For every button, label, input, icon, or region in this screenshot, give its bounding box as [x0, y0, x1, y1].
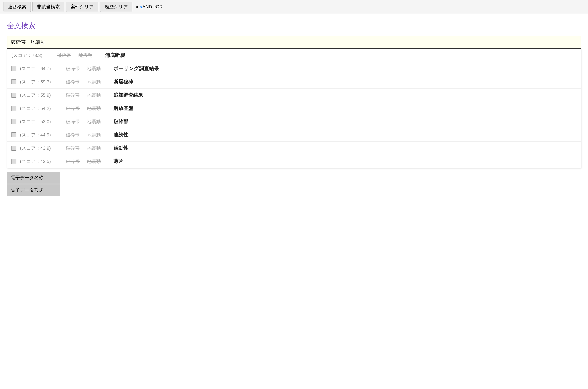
keyword1-label: 破砕帯: [66, 145, 87, 151]
score-label: (スコア：73.3): [11, 52, 57, 59]
title-label: 浦底断層: [105, 52, 125, 59]
electronic-data-format-field[interactable]: [60, 184, 581, 196]
list-item[interactable]: (スコア：59.7) 破砕帯 地震動 断層破砕: [7, 75, 581, 89]
keyword2-label: 地震動: [87, 92, 108, 98]
keyword1-label: 破砕帯: [66, 79, 87, 85]
title-label: 解放基盤: [113, 105, 133, 112]
item-checkbox[interactable]: [11, 66, 16, 71]
title-label: 活動性: [113, 145, 128, 152]
keyword2-label: 地震動: [87, 132, 108, 138]
and-or-radio-group: ● AND OR: [136, 4, 163, 9]
list-item[interactable]: (スコア：54.2) 破砕帯 地震動 解放基盤: [7, 102, 581, 115]
search-box-wrapper: (スコア：73.3) 破砕帯 地震動 浦底断層 (スコア：64.7) 破砕帯 地…: [7, 36, 581, 168]
list-item[interactable]: (スコア：55.9) 破砕帯 地震動 追加調査結果: [7, 89, 581, 102]
fulltext-section-title: 全文検索: [7, 21, 581, 31]
keyword1-label: 破砕帯: [57, 52, 79, 59]
or-radio-input[interactable]: [154, 6, 156, 8]
case-clear-button[interactable]: 案件クリア: [66, 2, 98, 12]
list-item[interactable]: (スコア：43.5) 破砕帯 地震動 薄片: [7, 155, 581, 168]
score-label: (スコア：64.7): [20, 65, 66, 72]
keyword2-label: 地震動: [87, 79, 108, 85]
keyword1-label: 破砕帯: [66, 65, 87, 72]
keyword1-label: 破砕帯: [66, 132, 87, 138]
keyword1-label: 破砕帯: [66, 119, 87, 125]
bottom-fields: 電子データ名称 電子データ形式: [7, 172, 581, 196]
keyword1-label: 破砕帯: [66, 92, 87, 98]
score-label: (スコア：55.9): [20, 92, 66, 98]
electronic-data-format-label: 電子データ形式: [7, 184, 60, 196]
title-label: ボーリング調査結果: [113, 65, 159, 72]
keyword2-label: 地震動: [87, 145, 108, 151]
score-label: (スコア：44.9): [20, 132, 66, 138]
suggestion-dropdown: (スコア：73.3) 破砕帯 地震動 浦底断層 (スコア：64.7) 破砕帯 地…: [7, 49, 581, 168]
item-checkbox[interactable]: [11, 93, 16, 97]
keyword2-label: 地震動: [87, 158, 108, 164]
keyword1-label: 破砕帯: [66, 105, 87, 112]
electronic-data-name-field[interactable]: [60, 172, 581, 184]
field-row-1: 電子データ名称: [7, 172, 581, 184]
and-radio-selected-icon: ●: [136, 4, 139, 9]
item-checkbox[interactable]: [11, 132, 16, 137]
keyword2-label: 地震動: [79, 52, 100, 59]
score-label: (スコア：54.2): [20, 105, 66, 112]
and-radio-label[interactable]: AND: [140, 4, 152, 9]
item-checkbox[interactable]: [11, 106, 16, 111]
non-applicable-search-button[interactable]: 非該当検索: [32, 2, 64, 12]
title-label: 追加調査結果: [113, 92, 143, 98]
title-label: 薄片: [113, 158, 123, 165]
item-checkbox[interactable]: [11, 159, 16, 164]
list-item[interactable]: (スコア：64.7) 破砕帯 地震動 ボーリング調査結果: [7, 62, 581, 75]
list-item[interactable]: (スコア：44.9) 破砕帯 地震動 連続性: [7, 128, 581, 142]
list-item[interactable]: (スコア：43.9) 破砕帯 地震動 活動性: [7, 142, 581, 155]
score-label: (スコア：59.7): [20, 79, 66, 85]
and-radio-input[interactable]: [140, 6, 142, 8]
item-checkbox[interactable]: [11, 146, 16, 151]
sequential-search-button[interactable]: 連番検索: [3, 2, 31, 12]
history-clear-button[interactable]: 履歴クリア: [100, 2, 132, 12]
keyword1-label: 破砕帯: [66, 158, 87, 164]
toolbar: 連番検索 非該当検索 案件クリア 履歴クリア ● AND OR: [0, 0, 588, 14]
or-radio-label[interactable]: OR: [154, 4, 163, 9]
score-label: (スコア：53.0): [20, 119, 66, 125]
list-item[interactable]: (スコア：73.3) 破砕帯 地震動 浦底断層: [7, 49, 581, 62]
item-checkbox[interactable]: [11, 119, 16, 124]
page-container: 連番検索 非該当検索 案件クリア 履歴クリア ● AND OR 全文検索 (: [0, 0, 588, 389]
keyword2-label: 地震動: [87, 65, 108, 72]
fulltext-search-input[interactable]: [7, 36, 581, 49]
score-label: (スコア：43.9): [20, 145, 66, 151]
title-label: 連続性: [113, 131, 128, 138]
title-label: 断層破砕: [113, 78, 133, 85]
title-label: 破砕部: [113, 118, 128, 125]
list-item[interactable]: (スコア：53.0) 破砕帯 地震動 破砕部: [7, 115, 581, 128]
keyword2-label: 地震動: [87, 119, 108, 125]
keyword2-label: 地震動: [87, 105, 108, 112]
main-content: 全文検索 (スコア：73.3) 破砕帯 地震動 浦底断層 (スコア：64.7) …: [0, 14, 588, 204]
score-label: (スコア：43.5): [20, 158, 66, 164]
electronic-data-name-label: 電子データ名称: [7, 172, 60, 184]
item-checkbox[interactable]: [11, 79, 16, 84]
field-row-2: 電子データ形式: [7, 184, 581, 196]
